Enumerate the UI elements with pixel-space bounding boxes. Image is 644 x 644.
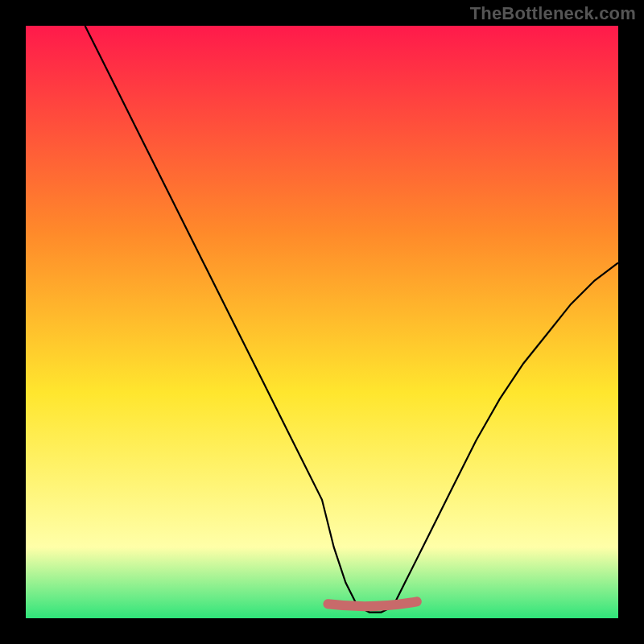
chart-frame: { "attribution": "TheBottleneck.com", "c…: [0, 0, 644, 644]
attribution-label: TheBottleneck.com: [470, 3, 636, 24]
plot-area: [26, 26, 618, 618]
optimal-range-marker: [328, 601, 416, 606]
bottleneck-chart: [26, 26, 618, 618]
gradient-background: [26, 26, 618, 618]
